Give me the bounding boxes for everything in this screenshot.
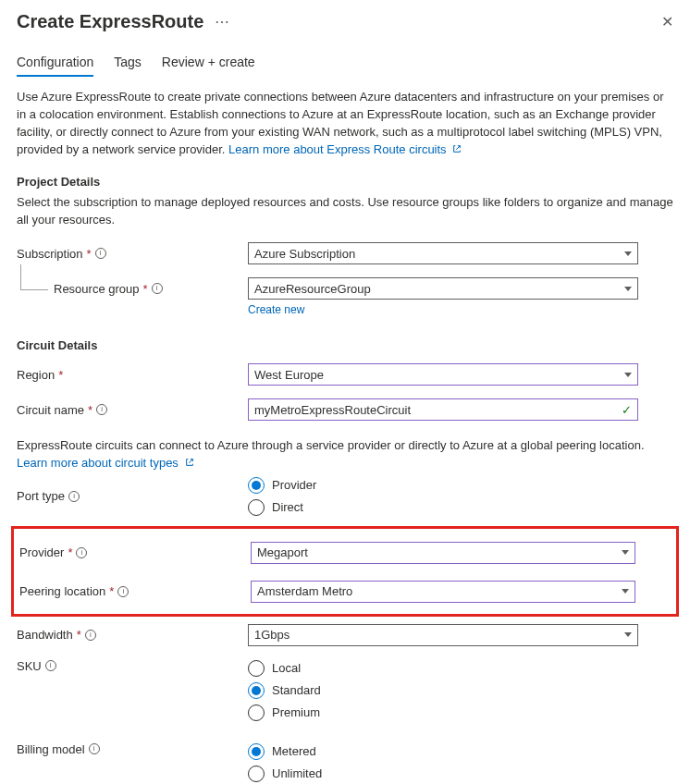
resource-group-value: AzureResourceGroup (254, 282, 371, 296)
sku-premium-radio[interactable] (248, 704, 265, 721)
chevron-down-icon (624, 632, 632, 637)
close-icon[interactable]: ✕ (661, 13, 673, 31)
peering-location-select[interactable]: Amsterdam Metro (251, 581, 635, 603)
required-marker: * (87, 247, 92, 261)
sku-standard-radio[interactable] (248, 682, 265, 699)
billing-unlimited-label: Unlimited (272, 766, 322, 780)
provider-label: Provider (19, 545, 64, 559)
provider-select[interactable]: Megaport (251, 542, 635, 564)
subscription-select[interactable]: Azure Subscription (248, 242, 638, 264)
tab-review[interactable]: Review + create (162, 55, 255, 77)
external-link-icon (452, 144, 462, 153)
circuit-types-link[interactable]: Learn more about circuit types (17, 456, 194, 470)
bandwidth-select[interactable]: 1Gbps (248, 624, 638, 646)
subscription-value: Azure Subscription (254, 247, 355, 261)
region-select[interactable]: West Europe (248, 363, 638, 386)
port-direct-label: Direct (272, 500, 303, 514)
intro-link-text: Learn more about Express Route circuits (228, 142, 447, 156)
resource-group-label: Resource group (54, 282, 140, 296)
project-details-heading: Project Details (17, 175, 673, 189)
port-provider-label: Provider (272, 478, 316, 492)
resource-group-select[interactable]: AzureResourceGroup (248, 277, 638, 300)
bandwidth-label: Bandwidth (17, 628, 73, 642)
peering-value: Amsterdam Metro (257, 584, 352, 598)
sku-local-radio[interactable] (248, 660, 265, 677)
tree-connector (20, 264, 48, 290)
chevron-down-icon (624, 251, 632, 256)
required-marker: * (143, 282, 148, 296)
circuit-details-heading: Circuit Details (17, 338, 673, 352)
info-icon[interactable]: i (152, 283, 163, 294)
chevron-down-icon (624, 373, 632, 377)
check-icon: ✓ (622, 403, 632, 417)
circuit-name-label: Circuit name (17, 403, 84, 417)
chevron-down-icon (622, 550, 629, 555)
required-marker: * (109, 584, 114, 598)
peering-location-label: Peering location (19, 584, 105, 598)
region-label: Region (17, 368, 55, 382)
tab-bar: Configuration Tags Review + create (17, 55, 673, 78)
circuit-desc: ExpressRoute circuits can connect to Azu… (17, 438, 645, 452)
info-icon[interactable]: i (117, 586, 129, 597)
required-marker: * (77, 628, 81, 642)
more-icon[interactable]: ⋯ (215, 13, 229, 31)
region-value: West Europe (254, 368, 324, 382)
info-icon[interactable]: i (96, 404, 107, 415)
bandwidth-value: 1Gbps (254, 628, 290, 642)
circuit-name-input[interactable]: myMetroExpressRouteCircuit✓ (248, 398, 638, 421)
billing-model-label: Billing model (17, 742, 85, 756)
tab-tags[interactable]: Tags (114, 55, 142, 77)
intro-learn-more-link[interactable]: Learn more about Express Route circuits (228, 142, 462, 156)
info-icon[interactable]: i (85, 630, 96, 641)
sku-premium-label: Premium (272, 705, 320, 719)
provider-value: Megaport (257, 545, 308, 559)
chevron-down-icon (622, 589, 629, 594)
intro-text: Use Azure ExpressRoute to create private… (17, 89, 673, 158)
info-icon[interactable]: i (89, 743, 100, 754)
billing-metered-label: Metered (272, 744, 316, 758)
required-marker: * (68, 545, 72, 559)
create-new-rg-link[interactable]: Create new (248, 303, 304, 316)
circuit-types-link-text: Learn more about circuit types (17, 456, 179, 470)
required-marker: * (88, 403, 92, 417)
page-title: Create ExpressRoute (17, 11, 203, 32)
chevron-down-icon (624, 287, 632, 291)
highlight-region: Provider * i Megaport Peering location *… (11, 526, 679, 617)
tab-configuration[interactable]: Configuration (17, 55, 93, 77)
external-link-icon (185, 458, 194, 467)
info-icon[interactable]: i (76, 547, 87, 558)
project-details-desc: Select the subscription to manage deploy… (17, 194, 673, 229)
port-type-label: Port type (17, 489, 65, 503)
sku-standard-label: Standard (272, 683, 321, 697)
sku-local-label: Local (272, 661, 301, 675)
subscription-label: Subscription (17, 247, 83, 261)
port-provider-radio[interactable] (248, 477, 265, 494)
sku-label: SKU (17, 659, 42, 673)
info-icon[interactable]: i (95, 248, 106, 259)
circuit-name-value: myMetroExpressRouteCircuit (254, 403, 411, 417)
info-icon[interactable]: i (45, 660, 56, 671)
billing-unlimited-radio[interactable] (248, 766, 265, 782)
info-icon[interactable]: i (68, 491, 80, 502)
port-direct-radio[interactable] (248, 499, 265, 516)
required-marker: * (58, 368, 63, 382)
billing-metered-radio[interactable] (248, 743, 265, 760)
